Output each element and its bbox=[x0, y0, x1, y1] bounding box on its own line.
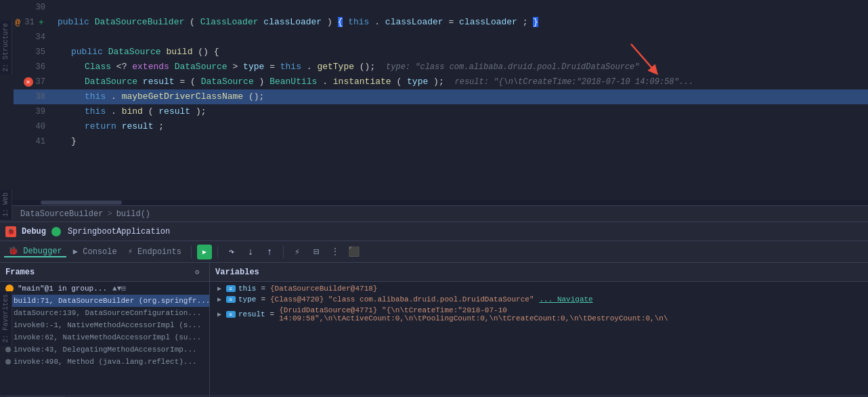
frames-settings-btn[interactable]: ⚙ bbox=[190, 266, 204, 279]
code-content-31: public DataSourceBuilder ( ClassLoader c… bbox=[51, 15, 868, 30]
layout-button[interactable]: ⬛ bbox=[346, 244, 362, 260]
horizontal-scrollbar[interactable] bbox=[0, 200, 868, 205]
code-content-35: public DataSource build () { bbox=[51, 45, 868, 60]
frames-panel: Frames ⚙ "main"@1 in group... ▲▼⊟ build:… bbox=[0, 263, 210, 396]
code-content-41: } bbox=[51, 134, 868, 149]
variables-panel-header: Variables bbox=[210, 263, 868, 282]
var-icon-result: ≡ bbox=[226, 311, 236, 318]
evaluate-button[interactable]: ⚡ bbox=[289, 244, 305, 260]
debug-app-name: SpringbootApplication bbox=[68, 227, 170, 236]
code-content-36: Class <? extends DataSource > type = thi… bbox=[51, 60, 868, 75]
frame-text-2: invoke0:-1, NativeMethodAccessorImpl (s.… bbox=[14, 321, 201, 329]
line-number-37: 37 bbox=[36, 77, 45, 87]
var-nav-type[interactable]: ... Navigate bbox=[539, 295, 592, 304]
frame-item-2[interactable]: invoke0:-1, NativeMethodAccessorImpl (s.… bbox=[0, 319, 209, 331]
step-into-button[interactable]: ↓ bbox=[242, 244, 259, 260]
var-item-this[interactable]: ▶ ≡ this = {DataSourceBuilder@4718} bbox=[210, 283, 868, 294]
frame-dot-4 bbox=[5, 347, 11, 352]
var-expand-type[interactable]: ▶ bbox=[215, 295, 223, 304]
favorites-sidebar[interactable]: 2: Favorites bbox=[0, 291, 12, 346]
breadcrumb-part2: build() bbox=[116, 209, 150, 219]
line-number-36: 36 bbox=[36, 62, 45, 72]
toolbar-sep2 bbox=[217, 246, 218, 258]
structure-label[interactable]: 2: Structure bbox=[2, 23, 9, 72]
frame-item-0[interactable]: build:71, DataSourceBuilder (org.springf… bbox=[0, 295, 209, 307]
var-eq-this: = bbox=[261, 285, 265, 293]
hint-37: result: "{\n\tCreateTime:"2018-07-10 14:… bbox=[455, 77, 694, 87]
var-item-type[interactable]: ▶ ≡ type = {Class@4720} "class com.aliba… bbox=[210, 294, 868, 305]
keyword-public-31: public bbox=[58, 17, 89, 27]
frame-dot-5 bbox=[5, 359, 11, 364]
var-val-this: {DataSourceBuilder@4718} bbox=[270, 285, 377, 293]
debug-title-icon: 🐞 bbox=[5, 226, 16, 237]
resume-button[interactable]: ▶ bbox=[197, 245, 212, 259]
var-name-result: result bbox=[238, 310, 265, 318]
endpoints-tab[interactable]: ⚡ Endpoints bbox=[124, 247, 186, 257]
var-expand-result[interactable]: ▶ bbox=[215, 310, 223, 318]
var-expand-this[interactable]: ▶ bbox=[215, 285, 223, 293]
debugger-tab[interactable]: 🐞 Debugger bbox=[4, 246, 66, 257]
line-number-31: 31 bbox=[24, 18, 34, 27]
line-number-39: 39 bbox=[36, 107, 45, 117]
settings-button[interactable]: ⋮ bbox=[327, 244, 343, 260]
frames-panel-header: Frames ⚙ bbox=[0, 263, 209, 282]
var-name-this: this bbox=[238, 285, 256, 293]
error-icon-37: ✕ bbox=[24, 77, 33, 87]
breadcrumb-bar: DataSourceBuilder > build() bbox=[0, 205, 868, 222]
type-datasourcebuilder: DataSourceBuilder bbox=[95, 17, 185, 27]
var-item-result[interactable]: ▶ ≡ result = {DruidDataSource@4771} "{\n… bbox=[210, 305, 868, 324]
var-val-type: {Class@4720} "class com.alibaba.druid.po… bbox=[270, 295, 534, 304]
line-gutter-40: 40 bbox=[14, 122, 51, 131]
frame-text-0: build:71, DataSourceBuilder (org.springf… bbox=[14, 297, 209, 305]
line-gutter-35: 35 bbox=[14, 47, 51, 57]
frame-item-4[interactable]: invoke:43, DelegatingMethodAccessorImp..… bbox=[0, 343, 209, 356]
filter-button[interactable]: ⊟ bbox=[308, 244, 324, 260]
structure-sidebar[interactable]: 2: Structure bbox=[0, 20, 12, 75]
debug-title-bar: 🐞 Debug SpringbootApplication bbox=[0, 222, 868, 241]
scrollbar-thumb[interactable] bbox=[41, 201, 122, 205]
code-line-34: 34 bbox=[14, 30, 868, 45]
web-sidebar-label[interactable]: 1: Web bbox=[2, 192, 9, 217]
code-line-31: @ 31 + public DataSourceBuilder ( ClassL… bbox=[14, 15, 868, 30]
frame-item-3[interactable]: invoke:62, NativeMethodAccessorImpl (su.… bbox=[0, 331, 209, 343]
console-tab[interactable]: ▶ Console bbox=[69, 247, 121, 257]
code-line-39: 39 this . bind ( result ); bbox=[14, 104, 868, 119]
debug-toolbar: 🐞 Debugger ▶ Console ⚡ Endpoints ▶ ↷ ↓ ↑… bbox=[0, 241, 868, 263]
line-number-35: 35 bbox=[36, 47, 45, 57]
debug-title-text: Debug bbox=[22, 227, 46, 236]
debug-app-icon bbox=[51, 227, 61, 236]
frame-item-5[interactable]: invoke:498, Method (java.lang.reflect)..… bbox=[0, 356, 209, 368]
var-icon-this: ≡ bbox=[226, 285, 236, 292]
web-sidebar[interactable]: 1: Web bbox=[0, 190, 12, 220]
var-val-result: {DruidDataSource@4771} "{\n\tCreateTime:… bbox=[279, 306, 863, 322]
frame-item-1[interactable]: dataSource:139, DataSourceConfiguration.… bbox=[0, 307, 209, 319]
step-out-button[interactable]: ↑ bbox=[261, 244, 278, 260]
line-number-30: 30 bbox=[36, 3, 45, 12]
frame-text-4: invoke:43, DelegatingMethodAccessorImp..… bbox=[14, 346, 197, 354]
editor-area: 30 @ 31 + public DataSourceBuilder bbox=[0, 0, 868, 200]
thread-label: "main"@1 in group... ▲▼⊟ bbox=[0, 282, 209, 295]
debug-panel: 🐞 Debug SpringbootApplication 🐞 Debugger… bbox=[0, 222, 868, 396]
var-eq-result: = bbox=[270, 310, 275, 318]
thread-controls[interactable]: ▲▼⊟ bbox=[112, 284, 126, 293]
code-line-38: 38 this . maybeGetDriverClassName (); bbox=[14, 89, 868, 104]
line-gutter-31: @ 31 + bbox=[14, 18, 51, 27]
step-over-button[interactable]: ↷ bbox=[223, 244, 240, 260]
line-gutter-38: 38 bbox=[14, 92, 51, 102]
breadcrumb-sep: > bbox=[107, 209, 112, 219]
code-line-37: ✕ 37 DataSource result = ( DataSource ) … bbox=[14, 75, 868, 89]
thread-name: "main"@1 in group... bbox=[18, 285, 107, 293]
at-icon-31: @ bbox=[14, 18, 22, 27]
line-gutter-37: ✕ 37 bbox=[14, 77, 51, 87]
var-eq-type: = bbox=[261, 295, 265, 304]
line-gutter-30: 30 bbox=[14, 3, 51, 12]
editor-wrapper: 2: Structure 30 @ 31 + bbox=[0, 0, 868, 222]
code-line-36: 36 Class <? extends DataSource > type = … bbox=[14, 60, 868, 75]
line-gutter-34: 34 bbox=[14, 33, 51, 42]
code-line-30: 30 bbox=[14, 0, 868, 15]
favorites-sidebar-label[interactable]: 2: Favorites bbox=[2, 294, 9, 343]
frames-label: Frames bbox=[5, 268, 35, 277]
variables-panel: Variables ▶ ≡ this = {DataSourceBuilder@… bbox=[210, 263, 868, 396]
code-content-37: DataSource result = ( DataSource ) BeanU… bbox=[51, 75, 868, 89]
code-content-38: this . maybeGetDriverClassName (); bbox=[51, 89, 868, 104]
